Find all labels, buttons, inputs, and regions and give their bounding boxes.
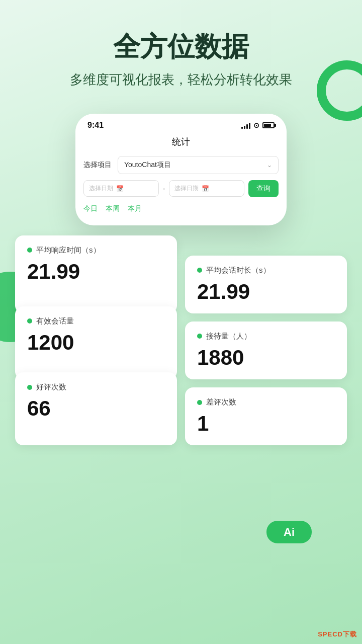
wifi-icon: ⊙ xyxy=(253,121,259,129)
clock: 9:41 xyxy=(87,121,104,130)
stat-value-bad-reviews: 1 xyxy=(197,412,335,435)
stat-card-good-reviews: 好评次数 66 xyxy=(15,372,177,445)
phone-mockup: 9:41 ⊙ 统计 选择项目 Youto xyxy=(75,114,287,225)
header-section: 全方位数据 多维度可视化报表，轻松分析转化效果 xyxy=(0,0,362,104)
stat-value-reception: 1880 xyxy=(197,346,335,369)
stat-card-reception: 接待量（人） 1880 xyxy=(185,321,347,379)
quick-dates: 今日 本周 本月 xyxy=(83,202,279,215)
watermark: SPECD下载 xyxy=(318,630,357,639)
stat-dot-effective xyxy=(27,318,32,324)
battery-icon xyxy=(262,122,275,128)
stat-dot-reception xyxy=(197,334,202,339)
project-select[interactable]: YoutoChat项目 ⌄ xyxy=(118,156,279,174)
stat-value-avg-session: 21.99 xyxy=(197,280,335,303)
query-button[interactable]: 查询 xyxy=(248,180,279,197)
quick-date-week[interactable]: 本周 xyxy=(106,204,120,213)
main-title: 全方位数据 xyxy=(20,30,342,63)
phone-content: 选择项目 YoutoChat项目 ⌄ 选择日期 📅 - 选择日期 📅 查询 xyxy=(75,156,287,215)
chevron-down-icon: ⌄ xyxy=(267,162,272,169)
date-row: 选择日期 📅 - 选择日期 📅 查询 xyxy=(83,180,279,197)
stat-card-effective-sessions: 有效会话量 1200 xyxy=(15,306,177,379)
phone-wrapper: 9:41 ⊙ 统计 选择项目 Youto xyxy=(0,104,362,225)
stat-value-avg-response: 21.99 xyxy=(27,260,165,283)
signal-icon xyxy=(241,122,250,129)
date-separator: - xyxy=(163,185,165,193)
date-start-placeholder: 选择日期 xyxy=(89,184,113,193)
sub-title: 多维度可视化报表，轻松分析转化效果 xyxy=(20,71,342,89)
stat-header-effective: 有效会话量 xyxy=(27,316,165,326)
stat-dot-good-reviews xyxy=(27,385,32,390)
stat-value-good-reviews: 66 xyxy=(27,397,165,420)
screen-title: 统计 xyxy=(75,134,287,156)
stat-card-avg-session: 平均会话时长（s） 21.99 xyxy=(185,256,347,313)
status-bar: 9:41 ⊙ xyxy=(75,114,287,134)
stats-grid: 平均响应时间（s） 21.99 平均会话时长（s） 21.99 有效会话量 12… xyxy=(15,235,347,446)
stat-dot-avg-response xyxy=(27,248,32,253)
ai-label: Ai xyxy=(284,526,295,539)
calendar-icon: 📅 xyxy=(116,185,124,192)
status-icons: ⊙ xyxy=(241,121,275,129)
stat-header-good-reviews: 好评次数 xyxy=(27,382,165,392)
calendar-end-icon: 📅 xyxy=(202,185,209,192)
date-end-placeholder: 选择日期 xyxy=(174,184,199,193)
select-row: 选择项目 YoutoChat项目 ⌄ xyxy=(83,156,279,174)
stat-dot-bad-reviews xyxy=(197,400,202,405)
stat-header-reception: 接待量（人） xyxy=(197,332,335,341)
stat-dot-avg-session xyxy=(197,268,202,273)
stat-label-good-reviews: 好评次数 xyxy=(36,382,66,392)
stat-label-reception: 接待量（人） xyxy=(206,332,251,341)
date-start-input[interactable]: 选择日期 📅 xyxy=(83,180,159,197)
stat-label-avg-response: 平均响应时间（s） xyxy=(36,246,101,255)
stat-header-avg-response: 平均响应时间（s） xyxy=(27,246,165,255)
stat-card-bad-reviews: 差评次数 1 xyxy=(185,387,347,445)
stats-section: 平均响应时间（s） 21.99 平均会话时长（s） 21.99 有效会话量 12… xyxy=(0,225,362,456)
ai-badge[interactable]: Ai xyxy=(266,521,312,543)
stat-value-effective: 1200 xyxy=(27,331,165,354)
stat-card-avg-response: 平均响应时间（s） 21.99 xyxy=(15,235,177,313)
date-end-input[interactable]: 选择日期 📅 xyxy=(169,180,244,197)
quick-date-month[interactable]: 本月 xyxy=(128,204,142,213)
stat-header-avg-session: 平均会话时长（s） xyxy=(197,266,335,275)
select-value: YoutoChat项目 xyxy=(124,160,171,170)
stat-label-bad-reviews: 差评次数 xyxy=(206,397,236,407)
stat-header-bad-reviews: 差评次数 xyxy=(197,397,335,407)
stat-label-effective: 有效会话量 xyxy=(36,316,74,326)
stat-label-avg-session: 平均会话时长（s） xyxy=(206,266,270,275)
quick-date-today[interactable]: 今日 xyxy=(83,204,98,213)
select-label: 选择项目 xyxy=(83,160,112,170)
